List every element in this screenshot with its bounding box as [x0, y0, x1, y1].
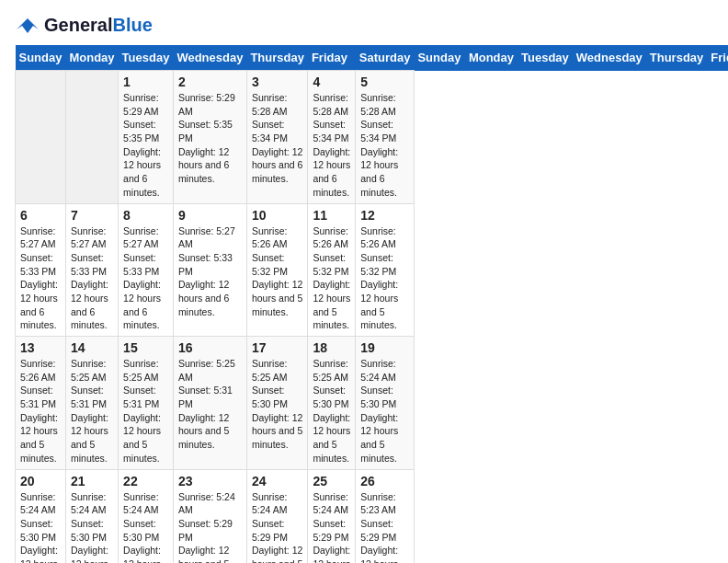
- calendar-cell: 8Sunrise: 5:27 AM Sunset: 5:33 PM Daylig…: [119, 203, 174, 337]
- calendar-cell: 2Sunrise: 5:29 AM Sunset: 5:35 PM Daylig…: [173, 71, 246, 204]
- day-number: 6: [20, 208, 61, 223]
- svg-marker-0: [17, 18, 39, 33]
- day-number: 22: [123, 474, 168, 488]
- day-info: Sunrise: 5:27 AM Sunset: 5:33 PM Dayligh…: [178, 224, 242, 319]
- calendar-header-wednesday: Wednesday: [173, 45, 246, 71]
- calendar-week-row: 20Sunrise: 5:24 AM Sunset: 5:30 PM Dayli…: [16, 469, 729, 563]
- calendar-header-thursday: Thursday: [646, 45, 708, 71]
- logo: GeneralBlue: [15, 15, 153, 36]
- logo-text: GeneralBlue: [44, 15, 153, 36]
- day-number: 21: [71, 474, 113, 488]
- day-number: 26: [360, 474, 409, 488]
- day-number: 2: [178, 75, 242, 89]
- day-number: 18: [313, 340, 350, 355]
- calendar-cell: 4Sunrise: 5:28 AM Sunset: 5:34 PM Daylig…: [308, 71, 356, 204]
- day-info: Sunrise: 5:25 AM Sunset: 5:30 PM Dayligh…: [313, 357, 350, 465]
- day-number: 13: [20, 340, 61, 355]
- calendar-header-friday: Friday: [707, 45, 728, 71]
- day-info: Sunrise: 5:28 AM Sunset: 5:34 PM Dayligh…: [360, 91, 409, 200]
- day-info: Sunrise: 5:23 AM Sunset: 5:29 PM Dayligh…: [360, 490, 409, 564]
- calendar-cell: 14Sunrise: 5:25 AM Sunset: 5:31 PM Dayli…: [65, 337, 118, 470]
- page-header: GeneralBlue: [15, 15, 713, 36]
- calendar-header-sunday: Sunday: [414, 45, 464, 71]
- calendar-table: SundayMondayTuesdayWednesdayThursdayFrid…: [15, 45, 728, 563]
- day-number: 14: [71, 340, 113, 355]
- day-number: 17: [252, 340, 303, 355]
- logo-icon: [15, 17, 40, 35]
- calendar-week-row: 6Sunrise: 5:27 AM Sunset: 5:33 PM Daylig…: [16, 203, 729, 337]
- day-number: 15: [123, 340, 168, 355]
- calendar-header-sunday: Sunday: [16, 45, 66, 71]
- calendar-cell: 20Sunrise: 5:24 AM Sunset: 5:30 PM Dayli…: [16, 469, 66, 563]
- day-number: 25: [313, 474, 350, 488]
- calendar-cell: 19Sunrise: 5:24 AM Sunset: 5:30 PM Dayli…: [356, 337, 415, 470]
- day-info: Sunrise: 5:28 AM Sunset: 5:34 PM Dayligh…: [313, 91, 350, 200]
- day-info: Sunrise: 5:24 AM Sunset: 5:29 PM Dayligh…: [252, 490, 303, 564]
- day-number: 1: [123, 75, 168, 89]
- day-info: Sunrise: 5:29 AM Sunset: 5:35 PM Dayligh…: [123, 91, 168, 200]
- day-number: 20: [20, 474, 61, 488]
- calendar-cell: 21Sunrise: 5:24 AM Sunset: 5:30 PM Dayli…: [65, 469, 118, 563]
- day-info: Sunrise: 5:24 AM Sunset: 5:30 PM Dayligh…: [360, 357, 409, 465]
- calendar-header-tuesday: Tuesday: [119, 45, 174, 71]
- calendar-header-monday: Monday: [65, 45, 118, 71]
- calendar-header-saturday: Saturday: [356, 45, 415, 71]
- day-number: 7: [71, 208, 113, 223]
- calendar-header-thursday: Thursday: [246, 45, 308, 71]
- day-info: Sunrise: 5:25 AM Sunset: 5:31 PM Dayligh…: [178, 357, 242, 452]
- calendar-week-row: 1Sunrise: 5:29 AM Sunset: 5:35 PM Daylig…: [16, 71, 729, 204]
- calendar-cell: 22Sunrise: 5:24 AM Sunset: 5:30 PM Dayli…: [119, 469, 174, 563]
- day-number: 10: [252, 208, 303, 223]
- day-number: 19: [360, 340, 409, 355]
- day-info: Sunrise: 5:27 AM Sunset: 5:33 PM Dayligh…: [123, 224, 168, 333]
- calendar-cell: 25Sunrise: 5:24 AM Sunset: 5:29 PM Dayli…: [308, 469, 356, 563]
- day-number: 9: [178, 208, 242, 223]
- day-number: 24: [252, 474, 303, 488]
- day-number: 3: [252, 75, 303, 89]
- day-info: Sunrise: 5:24 AM Sunset: 5:30 PM Dayligh…: [20, 490, 61, 564]
- calendar-cell: [16, 71, 66, 204]
- calendar-cell: 16Sunrise: 5:25 AM Sunset: 5:31 PM Dayli…: [173, 337, 246, 470]
- calendar-cell: 9Sunrise: 5:27 AM Sunset: 5:33 PM Daylig…: [173, 203, 246, 337]
- calendar-header-tuesday: Tuesday: [518, 45, 573, 71]
- day-info: Sunrise: 5:24 AM Sunset: 5:30 PM Dayligh…: [123, 490, 168, 564]
- day-info: Sunrise: 5:26 AM Sunset: 5:32 PM Dayligh…: [360, 224, 409, 333]
- calendar-cell: 7Sunrise: 5:27 AM Sunset: 5:33 PM Daylig…: [65, 203, 118, 337]
- day-info: Sunrise: 5:25 AM Sunset: 5:31 PM Dayligh…: [123, 357, 168, 465]
- calendar-header-wednesday: Wednesday: [573, 45, 646, 71]
- day-info: Sunrise: 5:28 AM Sunset: 5:34 PM Dayligh…: [252, 91, 303, 186]
- calendar-cell: 12Sunrise: 5:26 AM Sunset: 5:32 PM Dayli…: [356, 203, 415, 337]
- day-info: Sunrise: 5:26 AM Sunset: 5:32 PM Dayligh…: [313, 224, 350, 333]
- day-info: Sunrise: 5:27 AM Sunset: 5:33 PM Dayligh…: [71, 224, 113, 333]
- day-number: 8: [123, 208, 168, 223]
- calendar-cell: [65, 71, 118, 204]
- calendar-cell: 26Sunrise: 5:23 AM Sunset: 5:29 PM Dayli…: [356, 469, 415, 563]
- calendar-cell: 1Sunrise: 5:29 AM Sunset: 5:35 PM Daylig…: [119, 71, 174, 204]
- day-number: 23: [178, 474, 242, 488]
- day-info: Sunrise: 5:26 AM Sunset: 5:32 PM Dayligh…: [252, 224, 303, 319]
- day-info: Sunrise: 5:24 AM Sunset: 5:29 PM Dayligh…: [313, 490, 350, 564]
- calendar-week-row: 13Sunrise: 5:26 AM Sunset: 5:31 PM Dayli…: [16, 337, 729, 470]
- day-info: Sunrise: 5:25 AM Sunset: 5:30 PM Dayligh…: [252, 357, 303, 452]
- day-number: 12: [360, 208, 409, 223]
- calendar-header-monday: Monday: [465, 45, 518, 71]
- day-number: 5: [360, 75, 409, 89]
- day-info: Sunrise: 5:24 AM Sunset: 5:29 PM Dayligh…: [178, 490, 242, 564]
- calendar-cell: 3Sunrise: 5:28 AM Sunset: 5:34 PM Daylig…: [246, 71, 308, 204]
- day-info: Sunrise: 5:25 AM Sunset: 5:31 PM Dayligh…: [71, 357, 113, 465]
- calendar-cell: 23Sunrise: 5:24 AM Sunset: 5:29 PM Dayli…: [173, 469, 246, 563]
- day-info: Sunrise: 5:24 AM Sunset: 5:30 PM Dayligh…: [71, 490, 113, 564]
- calendar-cell: 15Sunrise: 5:25 AM Sunset: 5:31 PM Dayli…: [119, 337, 174, 470]
- calendar-cell: 18Sunrise: 5:25 AM Sunset: 5:30 PM Dayli…: [308, 337, 356, 470]
- calendar-cell: 24Sunrise: 5:24 AM Sunset: 5:29 PM Dayli…: [246, 469, 308, 563]
- day-info: Sunrise: 5:27 AM Sunset: 5:33 PM Dayligh…: [20, 224, 61, 333]
- calendar-cell: 11Sunrise: 5:26 AM Sunset: 5:32 PM Dayli…: [308, 203, 356, 337]
- day-info: Sunrise: 5:29 AM Sunset: 5:35 PM Dayligh…: [178, 91, 242, 186]
- day-number: 11: [313, 208, 350, 223]
- calendar-cell: 5Sunrise: 5:28 AM Sunset: 5:34 PM Daylig…: [356, 71, 415, 204]
- calendar-cell: 6Sunrise: 5:27 AM Sunset: 5:33 PM Daylig…: [16, 203, 66, 337]
- day-info: Sunrise: 5:26 AM Sunset: 5:31 PM Dayligh…: [20, 357, 61, 465]
- calendar-header-row: SundayMondayTuesdayWednesdayThursdayFrid…: [16, 45, 729, 71]
- calendar-header-friday: Friday: [308, 45, 356, 71]
- calendar-cell: 13Sunrise: 5:26 AM Sunset: 5:31 PM Dayli…: [16, 337, 66, 470]
